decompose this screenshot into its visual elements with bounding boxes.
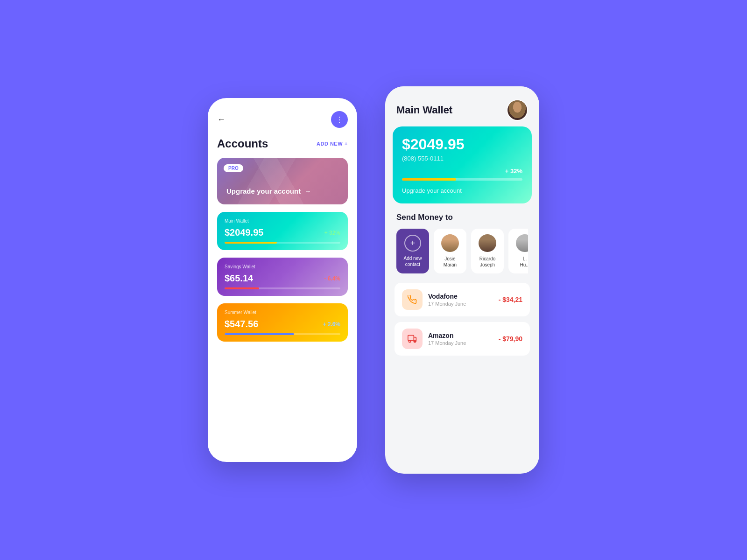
main-card-percent-row: + 32% bbox=[402, 168, 522, 175]
add-new-label: ADD NEW bbox=[317, 141, 343, 147]
wallet-name-summer: Summer Wallet bbox=[225, 310, 340, 315]
josie-avatar bbox=[441, 234, 459, 252]
send-money-title: Send Money to bbox=[396, 213, 528, 222]
progress-track-main bbox=[225, 242, 340, 244]
left-phone: ← ⋮ Accounts ADD NEW + PRO Upgrade your … bbox=[208, 98, 357, 462]
vodafone-info: Vodafone 17 Monday June bbox=[428, 293, 493, 307]
josie-name: JosieMaran bbox=[444, 256, 457, 268]
partial-name: L.Hu... bbox=[520, 256, 528, 268]
wallet-name-main: Main Wallet bbox=[225, 218, 340, 224]
menu-dots-icon: ⋮ bbox=[336, 115, 344, 124]
progress-track-summer bbox=[225, 333, 340, 335]
accounts-title-row: Accounts ADD NEW + bbox=[217, 137, 348, 150]
savings-wallet-card[interactable]: Savings Wallet $65.14 - 6.4% bbox=[217, 258, 348, 296]
main-wallet-title: Main Wallet bbox=[396, 104, 452, 116]
vodafone-amount: - $34,21 bbox=[499, 296, 522, 303]
wallet-amount-summer: $547.56 bbox=[225, 319, 258, 329]
wallet-percent-main: + 32% bbox=[324, 230, 340, 236]
svg-rect-0 bbox=[408, 336, 414, 341]
pro-upgrade-card[interactable]: PRO Upgrade your account → bbox=[217, 158, 348, 204]
vodafone-name: Vodafone bbox=[428, 293, 493, 300]
contact-ricardo[interactable]: RicardoJoseph bbox=[471, 229, 504, 273]
send-money-section: Send Money to + Add newcontact JosieMara… bbox=[385, 211, 539, 279]
upgrade-label: Upgrade your account → bbox=[226, 187, 338, 195]
main-progress-fill bbox=[402, 178, 456, 181]
arrow-right-icon: → bbox=[304, 188, 311, 195]
add-new-button[interactable]: ADD NEW + bbox=[317, 141, 348, 147]
contact-partial[interactable]: L.Hu... bbox=[508, 229, 528, 273]
progress-track-savings bbox=[225, 287, 340, 289]
contacts-row: + Add newcontact JosieMaran RicardoJosep… bbox=[396, 229, 528, 273]
amazon-icon bbox=[402, 329, 423, 349]
transaction-vodafone[interactable]: Vodafone 17 Monday June - $34,21 bbox=[395, 283, 530, 316]
user-avatar[interactable] bbox=[507, 99, 528, 121]
vodafone-icon bbox=[402, 289, 423, 310]
avatar-image bbox=[507, 100, 527, 120]
wallet-amount-row-main: $2049.95 + 32% bbox=[225, 227, 340, 238]
main-wallet-large-card[interactable]: $2049.95 (808) 555-0111 + 32% Upgrade yo… bbox=[393, 126, 532, 203]
main-percent-badge: + 32% bbox=[505, 168, 522, 175]
add-contact-label: Add newcontact bbox=[404, 255, 422, 267]
main-wallet-card[interactable]: Main Wallet $2049.95 + 32% bbox=[217, 212, 348, 250]
wallet-amount-row-savings: $65.14 - 6.4% bbox=[225, 273, 340, 284]
partial-avatar bbox=[516, 234, 528, 252]
wallet-name-savings: Savings Wallet bbox=[225, 264, 340, 269]
ricardo-avatar bbox=[479, 234, 496, 252]
add-contact-icon: + bbox=[404, 235, 421, 252]
main-balance: $2049.95 bbox=[402, 136, 522, 153]
transaction-amazon[interactable]: Amazon 17 Monday June - $79,90 bbox=[395, 322, 530, 356]
vodafone-date: 17 Monday June bbox=[428, 301, 493, 307]
summer-wallet-card[interactable]: Summer Wallet $547.56 + 2.6% bbox=[217, 303, 348, 342]
amazon-name: Amazon bbox=[428, 332, 493, 339]
ricardo-name: RicardoJoseph bbox=[479, 256, 495, 268]
add-contact-card[interactable]: + Add newcontact bbox=[396, 229, 429, 273]
left-phone-header: ← ⋮ bbox=[217, 109, 348, 130]
contact-josie[interactable]: JosieMaran bbox=[434, 229, 466, 273]
progress-fill-summer bbox=[225, 333, 294, 335]
accounts-title: Accounts bbox=[217, 137, 268, 150]
right-phone-header: Main Wallet bbox=[385, 86, 539, 126]
add-new-plus-icon: + bbox=[345, 141, 348, 147]
svg-point-1 bbox=[409, 340, 411, 342]
main-progress-track bbox=[402, 178, 522, 181]
progress-fill-main bbox=[225, 242, 277, 244]
main-phone-number: (808) 555-0111 bbox=[402, 155, 522, 162]
upgrade-account-label: Upgrade your account bbox=[402, 187, 522, 194]
transactions-section: Vodafone 17 Monday June - $34,21 Amazon … bbox=[385, 279, 539, 359]
amazon-date: 17 Monday June bbox=[428, 340, 493, 346]
wallet-amount-savings: $65.14 bbox=[225, 273, 253, 284]
back-icon[interactable]: ← bbox=[217, 115, 226, 125]
amazon-info: Amazon 17 Monday June bbox=[428, 332, 493, 346]
menu-button[interactable]: ⋮ bbox=[331, 111, 348, 128]
right-phone: Main Wallet $2049.95 (808) 555-0111 + 32… bbox=[385, 86, 539, 474]
wallet-percent-savings: - 6.4% bbox=[324, 275, 340, 282]
amazon-amount: - $79,90 bbox=[499, 335, 522, 343]
wallet-amount-row-summer: $547.56 + 2.6% bbox=[225, 319, 340, 329]
progress-fill-savings bbox=[225, 287, 259, 289]
pro-badge: PRO bbox=[224, 164, 243, 172]
wallet-percent-summer: + 2.6% bbox=[323, 321, 340, 328]
wallet-amount-main: $2049.95 bbox=[225, 227, 263, 238]
